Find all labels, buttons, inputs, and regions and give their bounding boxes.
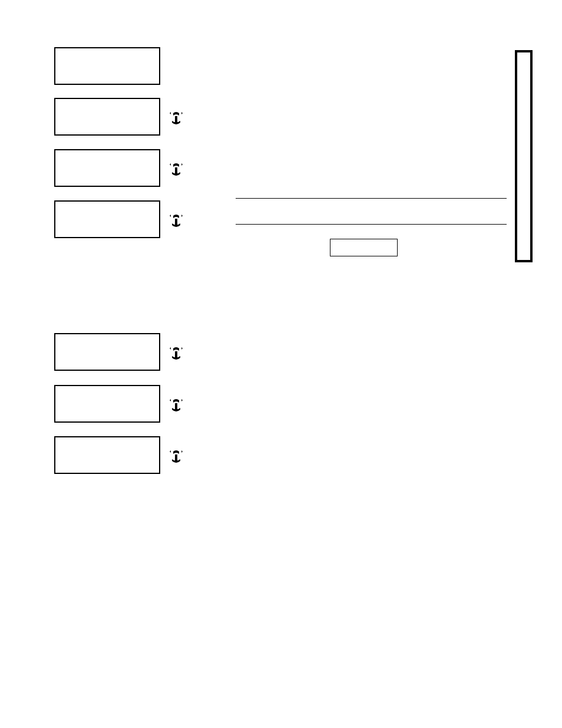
separator-line bbox=[236, 198, 507, 199]
phone-ring-icon bbox=[168, 398, 184, 413]
small-input-box bbox=[330, 239, 398, 256]
display-box bbox=[54, 47, 160, 85]
phone-ring-icon bbox=[168, 111, 184, 126]
display-box bbox=[54, 385, 160, 423]
display-box bbox=[54, 436, 160, 474]
document-page bbox=[0, 0, 562, 728]
phone-ring-icon bbox=[168, 213, 184, 229]
display-box bbox=[54, 149, 160, 187]
separator-line bbox=[236, 224, 507, 225]
phone-ring-icon bbox=[168, 346, 184, 361]
display-box bbox=[54, 200, 160, 238]
display-box bbox=[54, 333, 160, 371]
side-tab-marker bbox=[515, 50, 533, 262]
display-box bbox=[54, 98, 160, 136]
phone-ring-icon bbox=[168, 449, 184, 465]
phone-ring-icon bbox=[168, 162, 184, 177]
